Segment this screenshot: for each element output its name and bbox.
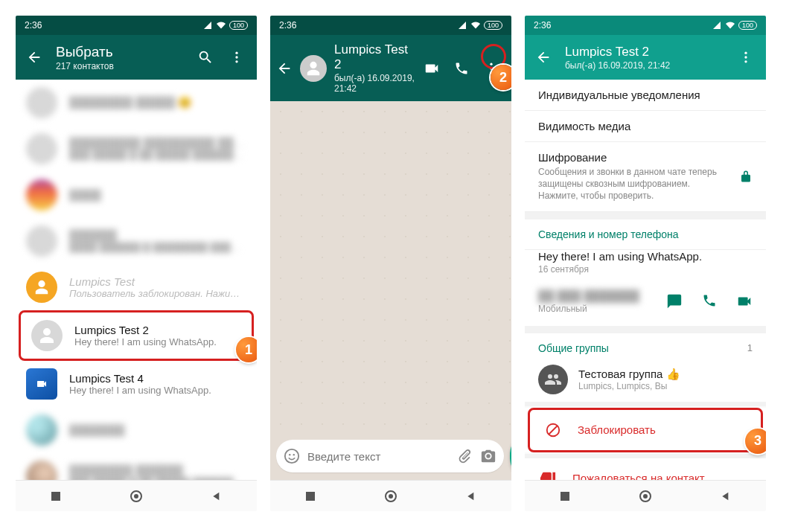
more-icon[interactable] [229,49,245,65]
chat-input[interactable] [276,440,504,472]
more-icon[interactable] [738,49,754,65]
battery-pct: 100 [229,21,248,30]
nav-home-icon[interactable] [639,490,652,503]
battery-pct: 100 [484,21,502,30]
callout-3: 3 [745,429,766,454]
contact-list: ████████ █████ 😊 █████████ █████████ ███… [16,80,257,480]
phone-contacts: 2:36 100 Выбрать 217 контактов ████████ … [15,15,258,512]
message-icon[interactable] [666,293,683,310]
chat-title-area[interactable]: Lumpics Test 2 был(-а) 16.09.2019, 21:42 [334,42,416,94]
status-bar: 2:36 100 [525,16,766,35]
android-nav [270,480,511,511]
android-nav [16,480,257,511]
status-time: 2:36 [534,20,551,31]
encryption-row[interactable]: Шифрование Сообщения и звонки в данном ч… [525,142,766,212]
svg-rect-21 [561,492,569,501]
svg-point-18 [744,60,747,63]
chat-input-row [270,435,511,480]
mic-button[interactable] [510,440,512,472]
status-bar: 2:36 100 [16,16,257,35]
nav-back-icon[interactable] [465,490,477,502]
svg-point-2 [235,60,237,63]
block-label: Заблокировать [578,423,656,436]
groups-heading: Общие группы 1 [525,333,766,357]
search-icon[interactable] [197,49,214,65]
back-icon[interactable] [535,49,552,65]
media-row[interactable]: Видимость медиа [525,111,766,142]
svg-point-0 [235,52,237,54]
info-content: Индивидуальные уведомления Видимость мед… [525,80,766,480]
status-time: 2:36 [279,20,296,31]
nav-back-icon[interactable] [720,490,732,502]
contact-status: Hey there! I am using WhatsApp. [74,336,241,347]
avatar[interactable] [300,55,327,82]
nav-back-icon[interactable] [211,490,223,502]
call-icon[interactable] [702,293,717,310]
status-time: 2:36 [25,20,42,31]
svg-rect-13 [306,492,315,501]
contact-row[interactable]: ████████ █████████ █████ █ ██ █████ ████… [16,453,257,480]
about-status: Hey there! I am using WhatsApp. [538,250,753,263]
phone-type: Мобильный [538,304,639,314]
contact-row-target[interactable]: Lumpics Test 2 Hey there! I am using Wha… [19,310,254,361]
status-right: 100 [712,21,757,30]
svg-point-23 [643,494,648,499]
phone-contact-info: 2:36 100 Lumpics Test 2 был(-а) 16.09.20… [524,15,767,512]
svg-rect-4 [51,492,60,501]
nav-recent-icon[interactable] [304,490,316,502]
block-button[interactable]: Заблокировать [528,408,763,452]
svg-point-16 [744,52,747,54]
report-label: Пожаловаться на контакт [572,472,705,480]
report-button[interactable]: Пожаловаться на контакт [525,458,766,480]
message-input[interactable] [307,450,449,463]
svg-point-6 [134,494,138,499]
phone-chat: 2:36 100 Lumpics Test 2 был(-а) 16.09.20… [269,15,512,512]
info-app-bar: Lumpics Test 2 был(-а) 16.09.2019, 21:42 [525,35,766,80]
callout-1: 1 [236,337,257,362]
group-row[interactable]: Тестовая группа 👍 Lumpics, Lumpics, Вы [525,357,766,402]
groups-count: 1 [747,342,753,353]
svg-point-11 [289,454,290,455]
contact-name: Lumpics Test 4 [69,372,246,385]
notifications-row[interactable]: Индивидуальные уведомления [525,80,766,111]
contact-row[interactable]: ████████ █████ 😊 [16,80,257,126]
about-date: 16 сентября [538,264,753,275]
emoji-icon[interactable] [284,448,300,464]
contact-row[interactable]: ██████████ ██████ █ ████████ █████████ [16,218,257,264]
nav-home-icon[interactable] [130,490,143,503]
back-icon[interactable] [276,60,293,77]
video-call-icon[interactable] [424,60,440,77]
block-icon [545,422,561,438]
contact-row[interactable]: ████ [16,172,257,218]
svg-point-15 [389,494,393,499]
info-title: Lumpics Test 2 [565,45,724,60]
contact-row[interactable]: █████████ █████████ █████████ █████ █ ██… [16,126,257,172]
info-subtitle: был(-а) 16.09.2019, 21:42 [565,60,724,71]
chat-app-bar: Lumpics Test 2 был(-а) 16.09.2019, 21:42 [270,35,511,101]
contact-row[interactable]: ███████ [16,407,257,453]
contact-row[interactable]: Lumpics Test 4 Hey there! I am using Wha… [16,361,257,407]
chat-area [270,101,511,435]
contact-row-blocked[interactable]: Lumpics Test Пользователь заблокирован. … [16,264,257,310]
contact-status: Пользователь заблокирован. Нажите, ч... [69,288,246,299]
contact-name: Lumpics Test [69,275,246,288]
camera-icon[interactable] [480,448,496,464]
video-icon[interactable] [736,293,753,310]
voice-call-icon[interactable] [453,60,470,77]
header-title: Выбрать [56,44,184,60]
nav-recent-icon[interactable] [50,490,62,502]
header-subtitle: 217 контактов [56,61,184,71]
about-heading: Сведения и номер телефона [525,219,766,250]
attach-icon[interactable] [456,448,473,464]
status-bar: 2:36 100 [270,16,511,35]
svg-point-1 [235,56,237,58]
group-members: Lumpics, Lumpics, Вы [578,381,680,391]
group-name: Тестовая группа 👍 [578,368,680,381]
nav-home-icon[interactable] [384,490,397,503]
status-right: 100 [202,21,248,30]
svg-point-17 [744,56,747,58]
lock-icon [739,170,753,183]
nav-recent-icon[interactable] [559,490,571,502]
app-bar: Выбрать 217 контактов [16,35,257,80]
back-icon[interactable] [26,49,42,65]
